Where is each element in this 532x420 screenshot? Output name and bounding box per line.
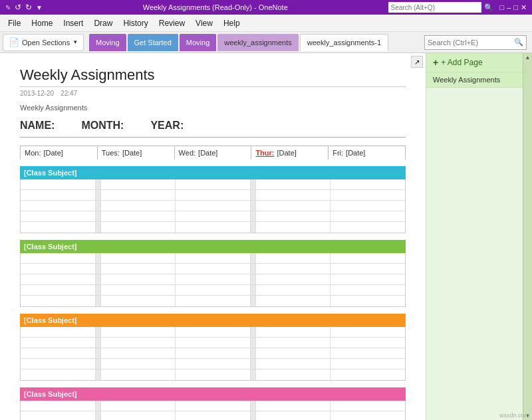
watermark: wsxdn.com [499,412,529,419]
table-col [21,201,96,211]
table-col [256,222,331,233]
expand-btn[interactable]: ↗ [411,56,423,68]
table-col [331,201,405,211]
main-area: ↗ Weekly Assignments 2013-12-20 22:47 We… [0,53,532,420]
right-sidebar: + + Add Page Weekly Assignments ▲ ▼ [426,53,532,420]
table-row [21,190,405,201]
onenote-icon: ✎ [5,4,11,11]
tab-moving1[interactable]: Moving [89,34,126,51]
day-mon: Mon: [Date] [21,146,98,159]
page-time: 22:47 [61,90,77,97]
maximize-btn[interactable]: □ [513,3,518,11]
subject-header-2: [Class Subject] [20,240,406,253]
table-row [21,201,405,211]
table-col [21,222,96,233]
subject-table-2: [Class Subject] [20,240,406,307]
add-page-btn[interactable]: + + Add Page [426,53,532,72]
table-grid-3 [20,327,406,381]
subject-header-1: [Class Subject] [20,166,406,179]
table-row [21,411,405,420]
col-sep [251,211,256,221]
table-col [101,211,176,221]
table-grid-1 [20,179,406,233]
open-sections-label: Open Sections [22,39,70,47]
tab-get-started[interactable]: Get Started [128,34,178,51]
menu-insert[interactable]: Insert [58,16,88,31]
table-grid-2 [20,253,406,307]
subject-header-4: [Class Subject] [20,387,406,401]
table-col [256,179,331,189]
tab-weekly-assignments[interactable]: weekly_assignments [217,34,299,51]
table-col [21,179,96,189]
subject-table-3: [Class Subject] [20,314,406,381]
sidebar-scroll-up[interactable]: ▲ [525,54,531,60]
table-col [256,211,331,221]
window-title: Weekly Assignments (Read-Only) - OneNote [43,3,388,11]
table-col [176,201,251,211]
menu-bar: File Home Insert Draw History Review Vie… [0,15,532,32]
table-col [176,190,251,200]
col-sep [96,179,101,189]
table-row [21,274,405,285]
title-search-icon[interactable]: 🔍 [484,3,493,12]
tabs-search-input[interactable] [428,39,514,47]
title-search-input[interactable] [388,2,481,13]
table-col [176,222,251,233]
menu-history[interactable]: History [118,16,153,31]
day-thur: Thur: [Date] [251,146,329,159]
open-sections-btn[interactable]: 📄 Open Sections ▼ [3,34,84,51]
table-col [331,179,405,189]
table-row [21,264,405,274]
table-col [101,201,176,211]
table-row [21,211,405,222]
tabs-search-box[interactable]: 🔍 [424,35,527,50]
table-row [21,296,405,306]
table-row [21,369,405,380]
open-sections-chevron: ▼ [72,39,78,45]
table-row [21,359,405,369]
col-sep [251,201,256,211]
page-label: Weekly Assignments [20,104,406,112]
close-btn[interactable]: ✕ [521,3,527,12]
sidebar-page-weekly[interactable]: Weekly Assignments [426,72,532,88]
table-col [256,201,331,211]
table-row [21,253,405,264]
menu-file[interactable]: File [3,16,26,31]
menu-help[interactable]: Help [218,16,245,31]
table-col [256,190,331,200]
restore-window-btn[interactable]: □ [500,3,505,11]
year-label: YEAR: [150,120,184,132]
name-label: NAME: [20,120,55,132]
table-row [21,338,405,348]
quick-access-redo[interactable]: ↻ [25,3,32,12]
table-col [176,211,251,221]
page-content: ↗ Weekly Assignments 2013-12-20 22:47 We… [0,53,426,420]
col-sep [251,190,256,200]
col-sep [96,211,101,221]
day-header-row: Mon: [Date] Tues: [Date] Wed: [Date] Thu… [20,146,406,159]
table-col [21,190,96,200]
name-month-year: NAME: MONTH: YEAR: [20,120,406,138]
subject-header-3: [Class Subject] [20,314,406,327]
quick-access-undo[interactable]: ↺ [15,3,21,12]
menu-review[interactable]: Review [154,16,190,31]
table-row [21,401,405,411]
table-row [21,327,405,338]
table-col [101,190,176,200]
minimize-btn[interactable]: – [507,3,511,11]
col-sep [251,179,256,189]
title-bar-left: ✎ ↺ ↻ ▼ [5,3,43,12]
menu-view[interactable]: View [190,16,218,31]
add-page-label: + Add Page [441,58,482,67]
menu-draw[interactable]: Draw [88,16,118,31]
table-col [176,179,251,189]
page-meta: 2013-12-20 22:47 [20,90,406,97]
table-col [331,211,405,221]
tab-weekly-assignments-1[interactable]: weekly_assignments-1 [300,34,388,51]
day-tues: Tues: [Date] [98,146,175,159]
tab-moving2[interactable]: Moving [180,34,216,51]
add-icon: + [433,57,438,68]
quick-access-more[interactable]: ▼ [36,4,43,11]
menu-home[interactable]: Home [26,16,58,31]
tabs-search-icon[interactable]: 🔍 [514,38,523,47]
